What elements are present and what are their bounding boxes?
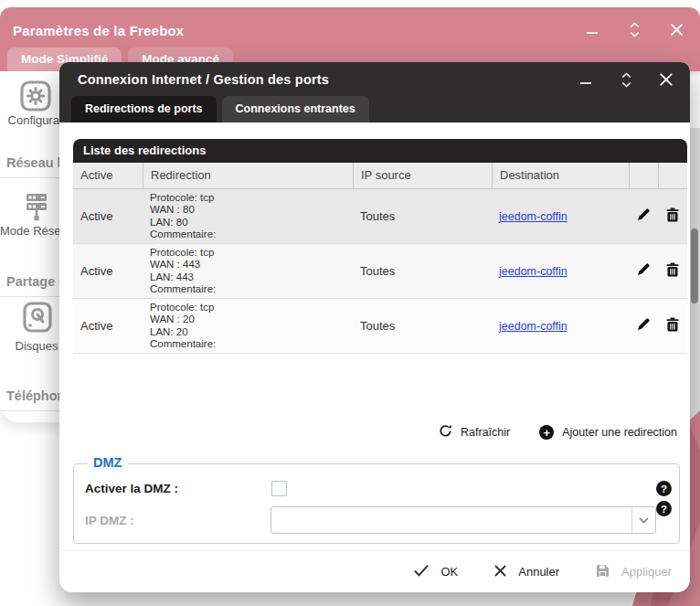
trash-icon bbox=[666, 317, 679, 335]
freebox-window-title: Paramètres de la Freebox bbox=[13, 23, 184, 38]
minimize-icon[interactable] bbox=[577, 70, 595, 89]
screen: Paramètres de la Freebox Mode Simplifié … bbox=[0, 0, 700, 606]
help-icon[interactable]: ? bbox=[656, 501, 672, 516]
dmz-enable-label: Activer la DMZ : bbox=[85, 482, 271, 495]
background-scrollbar-thumb[interactable] bbox=[691, 229, 698, 303]
row-ip-source: Toutes bbox=[353, 244, 492, 298]
tab-redirections-de-ports[interactable]: Redirections de ports bbox=[71, 96, 217, 122]
ports-dialog: Connexion Internet / Gestion des ports R… bbox=[59, 62, 690, 592]
column-header-redirection: Redirection bbox=[143, 163, 353, 188]
disk-icon bbox=[23, 322, 52, 335]
add-redirection-label: Ajouter une redirection bbox=[562, 426, 677, 439]
refresh-icon bbox=[439, 424, 452, 441]
chevron-down-icon bbox=[631, 507, 655, 533]
minimize-icon[interactable] bbox=[583, 20, 601, 38]
freebox-window-controls bbox=[583, 20, 685, 38]
cancel-label: Annuler bbox=[518, 565, 559, 579]
dmz-enable-row: Activer la DMZ : ? bbox=[85, 481, 672, 496]
cancel-button[interactable]: Annuler bbox=[494, 565, 559, 579]
row-active-status: Active bbox=[73, 189, 143, 243]
table-title: Liste des redirections bbox=[73, 139, 687, 163]
close-icon[interactable] bbox=[667, 20, 685, 38]
row-active-status: Active bbox=[73, 299, 143, 353]
pencil-icon bbox=[636, 317, 651, 335]
table-row: Active Protocole: tcp WAN : 20 LAN: 20 C… bbox=[73, 299, 687, 354]
dmz-ip-select[interactable] bbox=[270, 506, 656, 534]
divider bbox=[0, 177, 64, 178]
column-header-destination: Destination bbox=[492, 163, 629, 188]
gear-icon bbox=[20, 101, 51, 114]
maximize-icon[interactable] bbox=[617, 70, 635, 89]
column-header-ip-source: IP source bbox=[353, 163, 492, 188]
trash-icon bbox=[666, 207, 679, 226]
destination-link[interactable]: jeedom-coffin bbox=[499, 320, 567, 333]
destination-link[interactable]: jeedom-coffin bbox=[499, 210, 567, 223]
plus-icon: + bbox=[539, 425, 554, 440]
add-redirection-button[interactable]: + Ajouter une redirection bbox=[539, 425, 677, 440]
refresh-label: Rafraîchir bbox=[461, 426, 510, 439]
check-icon bbox=[414, 565, 429, 579]
delete-button[interactable] bbox=[658, 299, 687, 353]
ports-dialog-titlebar: Connexion Internet / Gestion des ports R… bbox=[59, 62, 690, 122]
column-header-delete bbox=[658, 163, 687, 188]
ok-label: OK bbox=[440, 565, 458, 579]
redirections-table: Liste des redirections Active Redirectio… bbox=[73, 139, 687, 354]
ports-dialog-title: Connexion Internet / Gestion des ports bbox=[78, 72, 329, 87]
apply-button[interactable]: Appliquer bbox=[596, 564, 672, 580]
dmz-ip-row: IP DMZ : ? bbox=[85, 506, 672, 534]
table-row: Active Protocole: tcp WAN : 443 LAN: 443… bbox=[73, 244, 687, 299]
table-row: Active Protocole: tcp WAN : 80 LAN: 80 C… bbox=[73, 189, 687, 244]
apply-label: Appliquer bbox=[621, 565, 672, 579]
destination-link[interactable]: jeedom-coffin bbox=[499, 265, 567, 278]
sidebar-item-configuration[interactable] bbox=[20, 80, 51, 114]
edit-button[interactable] bbox=[629, 189, 658, 243]
table-actions: Rafraîchir + Ajouter une redirection bbox=[439, 424, 677, 441]
divider bbox=[0, 410, 64, 411]
tab-connexions-entrantes[interactable]: Connexions entrantes bbox=[222, 96, 369, 122]
ports-dialog-tabs: Redirections de ports Connexions entrant… bbox=[71, 96, 369, 122]
ports-dialog-controls bbox=[577, 70, 675, 89]
sidebar-section-partage: Partage d bbox=[6, 274, 67, 289]
trash-icon bbox=[666, 262, 679, 281]
close-icon[interactable] bbox=[657, 70, 675, 89]
sidebar-item-disques[interactable] bbox=[23, 302, 52, 335]
column-header-active: Active bbox=[73, 163, 143, 188]
dmz-legend: DMZ bbox=[87, 455, 128, 470]
column-header-edit bbox=[629, 163, 658, 188]
edit-button[interactable] bbox=[629, 244, 658, 298]
pencil-icon bbox=[636, 262, 651, 281]
ports-dialog-body: Liste des redirections Active Redirectio… bbox=[59, 122, 690, 592]
dmz-enable-checkbox[interactable] bbox=[271, 481, 287, 496]
ok-button[interactable]: OK bbox=[414, 565, 458, 579]
row-active-status: Active bbox=[73, 244, 143, 298]
network-icon bbox=[20, 211, 53, 225]
table-header-row: Active Redirection IP source Destination bbox=[73, 163, 687, 189]
row-redirection-details: Protocole: tcp WAN : 80 LAN: 80 Commenta… bbox=[143, 189, 353, 243]
dmz-fieldset: DMZ Activer la DMZ : ? IP DMZ : ? bbox=[73, 463, 680, 544]
pencil-icon bbox=[636, 207, 651, 226]
maximize-icon[interactable] bbox=[625, 20, 643, 38]
dmz-ip-label: IP DMZ : bbox=[85, 514, 270, 527]
dialog-footer: OK Annuler bbox=[59, 550, 690, 592]
delete-button[interactable] bbox=[658, 244, 687, 298]
row-redirection-details: Protocole: tcp WAN : 20 LAN: 20 Commenta… bbox=[143, 299, 353, 353]
refresh-button[interactable]: Rafraîchir bbox=[439, 424, 510, 441]
row-ip-source: Toutes bbox=[353, 299, 492, 353]
sidebar-item-mode-reseau[interactable] bbox=[20, 193, 53, 225]
delete-button[interactable] bbox=[658, 189, 687, 243]
help-icon[interactable]: ? bbox=[656, 481, 672, 496]
x-icon bbox=[494, 565, 506, 579]
row-redirection-details: Protocole: tcp WAN : 443 LAN: 443 Commen… bbox=[143, 244, 353, 298]
save-icon bbox=[596, 564, 610, 580]
edit-button[interactable] bbox=[629, 299, 658, 353]
divider bbox=[0, 296, 64, 297]
row-ip-source: Toutes bbox=[353, 189, 492, 243]
